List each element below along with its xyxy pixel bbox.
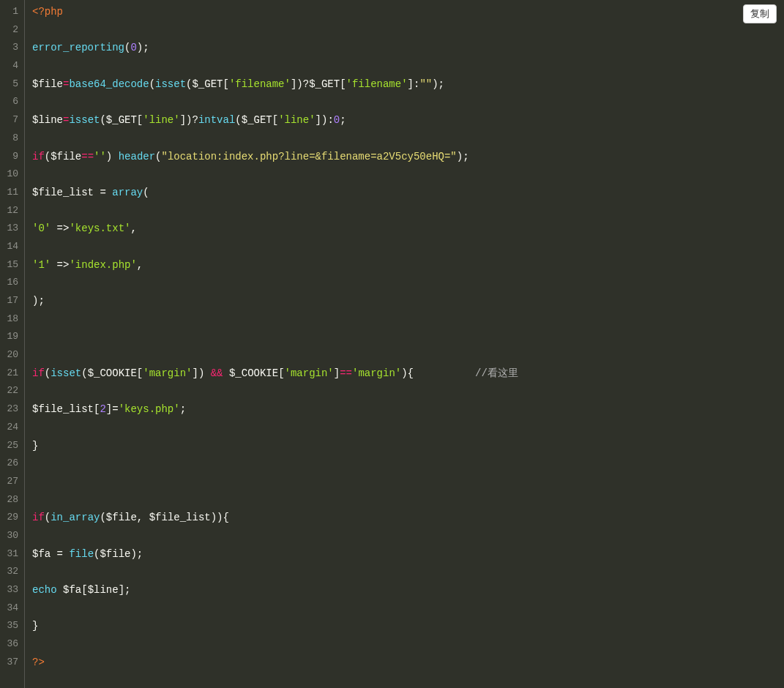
line-number: 30 xyxy=(3,527,18,545)
code-line[interactable] xyxy=(32,599,784,618)
code-token: ])? xyxy=(180,114,198,126)
code-token: echo xyxy=(32,584,57,596)
code-token: isset xyxy=(155,78,186,90)
line-number: 6 xyxy=(3,93,18,111)
code-token: ]: xyxy=(408,78,420,90)
code-line[interactable] xyxy=(32,57,784,75)
code-token: ( xyxy=(143,187,149,198)
code-token: [ xyxy=(81,584,87,596)
code-line[interactable] xyxy=(32,21,784,40)
line-number: 34 xyxy=(3,599,18,618)
code-token: && xyxy=(211,367,223,379)
code-token: $_GET xyxy=(192,78,223,90)
line-number: 9 xyxy=(3,148,18,166)
code-token: 'filename' xyxy=(229,78,291,90)
code-line[interactable]: '1' =>'index.php', xyxy=(32,256,784,274)
code-token: <?php xyxy=(32,6,63,18)
code-token: 'line' xyxy=(278,114,315,126)
code-token: [ xyxy=(272,114,278,126)
code-line[interactable]: if(in_array($file, $file_list)){ xyxy=(32,509,784,527)
code-line[interactable]: ?> xyxy=(32,654,784,672)
line-number: 29 xyxy=(3,509,18,527)
code-token: $file xyxy=(106,512,137,523)
line-number: 24 xyxy=(3,419,18,437)
code-token: file xyxy=(69,548,94,560)
code-line[interactable] xyxy=(32,202,784,220)
code-line[interactable]: $fa = file($file); xyxy=(32,545,784,564)
code-token: $_COOKIE xyxy=(88,367,137,379)
code-token: $file_list xyxy=(149,512,211,523)
code-line[interactable]: <?php xyxy=(32,3,784,21)
code-token: ); xyxy=(457,151,469,162)
code-line[interactable] xyxy=(32,93,784,111)
code-line[interactable]: if(isset($_COOKIE['margin']) && $_COOKIE… xyxy=(32,364,784,383)
code-token: $file xyxy=(100,548,130,560)
code-token xyxy=(57,584,63,596)
code-line[interactable] xyxy=(32,419,784,437)
code-line[interactable] xyxy=(32,473,784,491)
code-area[interactable]: <?php error_reporting(0); $file=base64_d… xyxy=(25,0,784,688)
code-token: ){ xyxy=(401,367,475,379)
code-token: 'line' xyxy=(143,114,179,126)
code-line[interactable]: error_reporting(0); xyxy=(32,39,784,57)
code-line[interactable]: $file_list[2]='keys.php'; xyxy=(32,400,784,419)
code-line[interactable] xyxy=(32,130,784,148)
line-number: 32 xyxy=(3,563,18,581)
line-number: 10 xyxy=(3,165,18,184)
code-line[interactable]: } xyxy=(32,617,784,635)
code-line[interactable]: if($file=='') header("location:index.php… xyxy=(32,148,784,166)
code-token: $file_list xyxy=(32,187,94,198)
code-token: ; xyxy=(340,114,346,126)
code-line[interactable]: } xyxy=(32,437,784,455)
code-line[interactable] xyxy=(32,382,784,400)
code-line[interactable] xyxy=(32,491,784,509)
line-number: 1 xyxy=(3,3,18,21)
line-number: 37 xyxy=(3,654,18,672)
code-token: ( xyxy=(81,367,87,379)
code-line[interactable] xyxy=(32,455,784,473)
code-token: ( xyxy=(235,114,241,126)
code-token: 0 xyxy=(334,114,340,126)
code-line[interactable]: $file_list = array( xyxy=(32,184,784,202)
code-token: 'margin' xyxy=(285,367,334,379)
code-token: $fa xyxy=(63,584,81,596)
line-number: 20 xyxy=(3,346,18,364)
code-line[interactable] xyxy=(32,635,784,654)
code-line[interactable] xyxy=(32,328,784,346)
code-line[interactable] xyxy=(32,527,784,545)
code-line[interactable]: ); xyxy=(32,292,784,310)
code-token: base64_decode xyxy=(69,78,149,90)
code-token: ( xyxy=(155,151,161,162)
code-token xyxy=(223,367,229,379)
code-token: 2 xyxy=(100,403,105,415)
code-token: ( xyxy=(100,512,105,523)
code-token: '0' xyxy=(32,223,51,234)
code-token: ]): xyxy=(316,114,334,126)
copy-button[interactable]: 复制 xyxy=(743,4,777,23)
code-line[interactable]: echo $fa[$line]; xyxy=(32,581,784,599)
line-number: 8 xyxy=(3,130,18,148)
code-token: ( xyxy=(45,512,51,523)
code-line[interactable] xyxy=(32,274,784,292)
code-line[interactable]: $line=isset($_GET['line'])?intval($_GET[… xyxy=(32,111,784,130)
code-token: //看这里 xyxy=(475,367,518,379)
code-line[interactable] xyxy=(32,238,784,256)
line-number: 36 xyxy=(3,635,18,654)
line-number: 18 xyxy=(3,310,18,329)
code-line[interactable] xyxy=(32,165,784,184)
code-line[interactable] xyxy=(32,563,784,581)
code-token: ( xyxy=(100,114,105,126)
code-line[interactable]: $file=base64_decode(isset($_GET['filenam… xyxy=(32,75,784,94)
line-number: 25 xyxy=(3,437,18,455)
line-number: 35 xyxy=(3,617,18,635)
code-token: } xyxy=(32,440,38,452)
code-token: $_COOKIE xyxy=(229,367,278,379)
code-token: 'filename' xyxy=(346,78,408,90)
code-token: )){ xyxy=(211,512,229,523)
code-token: , xyxy=(137,259,143,271)
code-line[interactable] xyxy=(32,310,784,329)
code-token: if xyxy=(32,367,45,379)
code-line[interactable] xyxy=(32,346,784,364)
line-number: 23 xyxy=(3,400,18,419)
code-line[interactable]: '0' =>'keys.txt', xyxy=(32,220,784,238)
